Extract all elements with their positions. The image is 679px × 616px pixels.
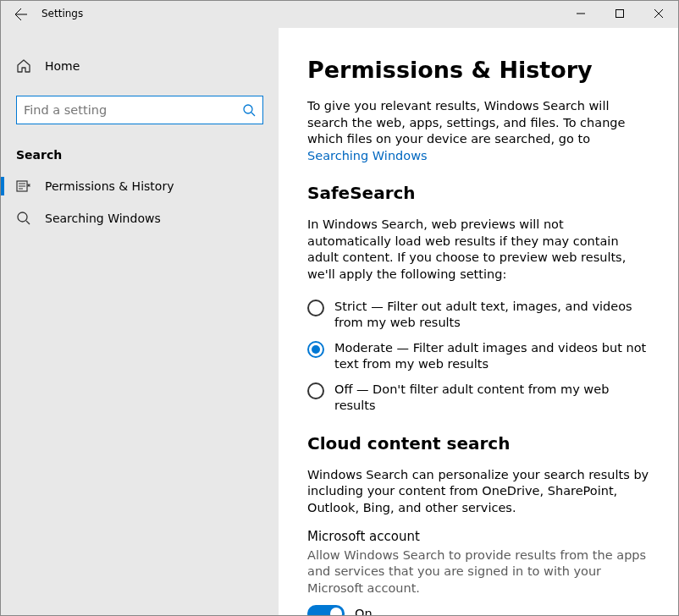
back-button[interactable]: [1, 1, 41, 28]
home-icon: [16, 58, 31, 74]
sidebar-home-label: Home: [45, 59, 80, 73]
safesearch-radio-strict[interactable]: Strict — Filter out adult text, images, …: [307, 299, 651, 332]
radio-icon: [307, 341, 324, 358]
radio-label: Off — Don't filter adult content from my…: [334, 382, 651, 415]
cloud-desc: Windows Search can personalize your sear…: [307, 467, 651, 517]
sidebar-item-label: Searching Windows: [45, 212, 161, 225]
ms-account-toggle[interactable]: [307, 605, 345, 615]
radio-icon: [307, 300, 324, 316]
sidebar-item-searching-windows[interactable]: Searching Windows: [1, 202, 279, 234]
searching-windows-link[interactable]: Searching Windows: [307, 149, 428, 162]
sidebar-home[interactable]: Home: [1, 52, 279, 80]
main-content: Permissions & History To give you releva…: [279, 28, 678, 615]
ms-account-toggle-row: On: [307, 605, 651, 615]
safesearch-radio-off[interactable]: Off — Don't filter adult content from my…: [307, 382, 651, 415]
minimize-button[interactable]: [561, 1, 600, 26]
intro-text: To give you relevant results, Windows Se…: [307, 98, 651, 164]
ms-account-title: Microsoft account: [307, 529, 651, 544]
radio-label: Strict — Filter out adult text, images, …: [334, 299, 651, 332]
window-title: Settings: [41, 1, 83, 19]
svg-rect-0: [616, 10, 624, 18]
sidebar: Home Search Permissions & History Se: [1, 28, 279, 615]
svg-point-1: [244, 105, 252, 113]
cloud-heading: Cloud content search: [307, 433, 651, 454]
titlebar: Settings: [1, 1, 678, 28]
searching-windows-icon: [16, 211, 31, 226]
search-icon: [242, 103, 256, 117]
ms-account-toggle-label: On: [355, 607, 373, 615]
sidebar-item-label: Permissions & History: [45, 179, 174, 193]
radio-icon: [307, 382, 324, 399]
search-input[interactable]: [24, 103, 242, 117]
radio-label: Moderate — Filter adult images and video…: [334, 340, 651, 373]
permissions-icon: [16, 179, 31, 194]
svg-point-3: [18, 212, 27, 222]
safesearch-radio-moderate[interactable]: Moderate — Filter adult images and video…: [307, 340, 651, 373]
maximize-button[interactable]: [600, 1, 639, 26]
sidebar-item-permissions-history[interactable]: Permissions & History: [1, 170, 279, 202]
safesearch-heading: SafeSearch: [307, 183, 651, 203]
sidebar-group-label: Search: [1, 145, 279, 170]
safesearch-radio-group: Strict — Filter out adult text, images, …: [307, 299, 651, 415]
search-box[interactable]: [16, 96, 263, 124]
safesearch-desc: In Windows Search, web previews will not…: [307, 217, 651, 283]
close-button[interactable]: [639, 1, 678, 26]
ms-account-desc: Allow Windows Search to provide results …: [307, 547, 651, 597]
page-title: Permissions & History: [307, 57, 651, 83]
